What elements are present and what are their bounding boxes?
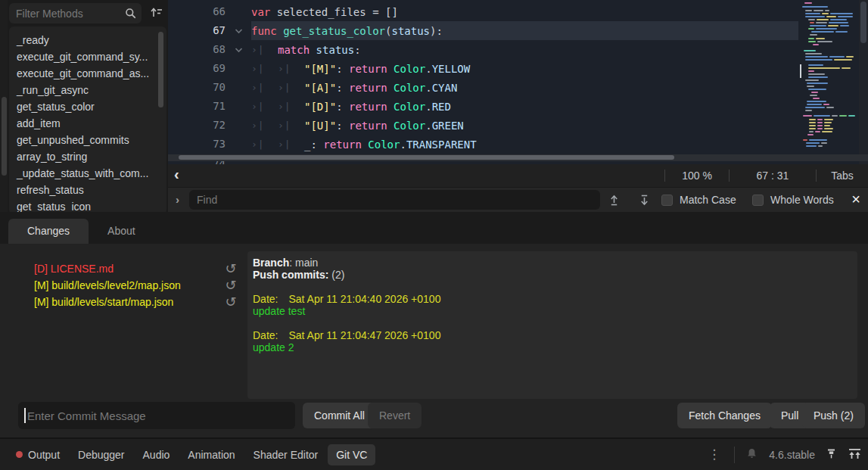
- fetch-changes-button[interactable]: Fetch Changes: [677, 403, 772, 428]
- zoom-level-indicator[interactable]: 100 %: [665, 164, 729, 187]
- pin-bottom-panel-icon[interactable]: [826, 448, 837, 462]
- code-token: var: [251, 6, 270, 18]
- code-line-68[interactable]: 68›|match status:: [168, 40, 868, 59]
- commit-all-button[interactable]: Commit All: [303, 403, 376, 428]
- code-line-70[interactable]: 70›|›|"[A]": return Color.CYAN: [168, 78, 868, 97]
- method-list-item--ready[interactable]: _ready: [9, 32, 166, 48]
- commit-message: update test: [253, 305, 857, 317]
- code-editor[interactable]: 66var selected_files = []67func get_stat…: [168, 0, 868, 164]
- line-body: ›|›|_: return Color.TRANSPARENT: [251, 135, 798, 154]
- output-status-dot: [16, 451, 23, 458]
- code-token: Color: [394, 101, 425, 113]
- change-row[interactable]: [M] build/levels/level2/map.json↺: [0, 277, 247, 294]
- code-token: RED: [432, 101, 451, 113]
- change-row[interactable]: [D] LICENSE.md↺: [0, 260, 247, 277]
- fold-arrow-icon[interactable]: [226, 40, 251, 59]
- minimap-line: [806, 145, 817, 147]
- tab-indicator-icon: ›|: [278, 101, 304, 112]
- minimap-line: [810, 25, 826, 26]
- methods-list-scrollbar[interactable]: [158, 32, 163, 107]
- method-list-item-get-unpushed-commits[interactable]: get_unpushed_commits: [9, 132, 166, 148]
- chevron-right-icon[interactable]: ›: [176, 193, 179, 206]
- editor-horizontal-scrollbar[interactable]: [168, 154, 868, 161]
- minimap-line: [817, 128, 823, 129]
- minimap-line: [818, 145, 823, 147]
- code-token: :: [336, 101, 349, 113]
- code-line-67[interactable]: 67func get_status_color(status):: [168, 21, 868, 40]
- minimap-line: [810, 22, 814, 23]
- minimap-line: [817, 125, 823, 126]
- discard-changes-icon[interactable]: ↺: [222, 260, 239, 277]
- bottom-tab-output[interactable]: Output: [8, 444, 68, 465]
- minimap-line: [822, 131, 832, 132]
- code-line-73[interactable]: 73›|›|_: return Color.TRANSPARENT: [168, 135, 868, 154]
- minimap-line: [846, 56, 854, 58]
- code-token: YELLOW: [432, 63, 471, 75]
- revert-button[interactable]: Revert: [368, 403, 422, 428]
- tab-changes[interactable]: Changes: [8, 219, 89, 244]
- minimap-line: [838, 16, 853, 17]
- code-line-69[interactable]: 69›|›|"[M]": return Color.YELLOW: [168, 59, 868, 78]
- code-line-71[interactable]: 71›|›|"[D]": return Color.RED: [168, 97, 868, 116]
- method-list-item-refresh-status[interactable]: refresh_status: [9, 182, 166, 198]
- sort-methods-button[interactable]: [148, 5, 166, 21]
- line-number: 70: [168, 78, 226, 97]
- method-list-item--run-git-async[interactable]: _run_git_async: [9, 82, 166, 98]
- expand-bottom-panel-icon[interactable]: [848, 448, 862, 462]
- next-match-icon[interactable]: [637, 193, 651, 207]
- method-list-item-execute-git-command-as-[interactable]: execute_git_command_as...: [9, 65, 166, 82]
- minimap-line: [807, 134, 814, 135]
- method-list-item-execute-git-command-sy-[interactable]: execute_git_command_sy...: [9, 48, 166, 65]
- change-row[interactable]: [M] build/levels/start/map.json↺: [0, 294, 247, 310]
- match-case-checkbox[interactable]: [661, 195, 673, 206]
- minimap-line: [826, 107, 834, 108]
- method-list-item-array-to-string[interactable]: array_to_string: [9, 148, 166, 165]
- minimap-line: [805, 10, 812, 11]
- minimap-line: [822, 13, 829, 14]
- code-token: [387, 82, 394, 94]
- code-token: :: [336, 63, 349, 75]
- commit-message-input[interactable]: [18, 402, 295, 429]
- discard-changes-icon[interactable]: ↺: [222, 277, 239, 294]
- code-line-72[interactable]: 72›|›|"[U]": return Color.GREEN: [168, 116, 868, 135]
- fold-gutter: [226, 78, 251, 97]
- bottom-tab-audio[interactable]: Audio: [135, 444, 179, 465]
- git-vc-panel: ChangesAbout [D] LICENSE.md↺[M] build/le…: [0, 212, 868, 437]
- whole-words-checkbox[interactable]: [752, 195, 764, 206]
- code-minimap[interactable]: [800, 0, 859, 163]
- bottom-tab-shader-editor[interactable]: Shader Editor: [245, 444, 327, 465]
- tab-indicator-icon: ›|: [278, 139, 304, 150]
- chevron-left-icon[interactable]: ‹: [174, 166, 179, 183]
- bottom-tab-label: Shader Editor: [254, 449, 319, 461]
- tab-about[interactable]: About: [89, 219, 154, 244]
- previous-match-icon[interactable]: [607, 193, 621, 207]
- minimap-line: [840, 25, 849, 26]
- fold-arrow-icon[interactable]: [226, 21, 251, 40]
- whole-words-label: Whole Words: [770, 188, 834, 213]
- cursor-position-indicator[interactable]: 67 : 31: [730, 164, 816, 187]
- commit-info-panel: Branch: main Push commits: (2) Date:Sat …: [247, 251, 857, 399]
- scripts-panel-scrollbar[interactable]: [2, 97, 7, 176]
- line-body: ›|›|"[A]": return Color.CYAN: [251, 78, 798, 97]
- push-button[interactable]: Push (2): [802, 403, 865, 428]
- bottom-tab-animation[interactable]: Animation: [179, 444, 243, 465]
- code-token: "[D]": [304, 101, 336, 113]
- code-token: .: [425, 82, 431, 94]
- discard-changes-icon[interactable]: ↺: [222, 294, 239, 310]
- minimap-line: [824, 122, 832, 123]
- find-input[interactable]: [189, 190, 600, 210]
- method-list-item-get-status-color[interactable]: get_status_color: [9, 98, 166, 115]
- minimap-line: [805, 13, 820, 14]
- code-line-66[interactable]: 66var selected_files = []: [168, 2, 868, 21]
- minimap-line: [807, 86, 814, 87]
- close-icon[interactable]: ×: [845, 188, 867, 213]
- notification-bell-icon[interactable]: [745, 447, 758, 462]
- method-list-item-add-item[interactable]: add_item: [9, 115, 166, 132]
- bottom-tab-git-vc[interactable]: Git VC: [328, 444, 375, 465]
- filter-methods-input[interactable]: [9, 3, 142, 23]
- method-list-item--update-status-with-com-[interactable]: _update_status_with_com...: [9, 165, 166, 182]
- editor-vertical-scrollbar[interactable]: [859, 0, 868, 164]
- indent-mode-indicator[interactable]: Tabs: [817, 164, 868, 187]
- kebab-menu-icon[interactable]: ⋮: [705, 447, 723, 462]
- bottom-tab-debugger[interactable]: Debugger: [70, 444, 133, 465]
